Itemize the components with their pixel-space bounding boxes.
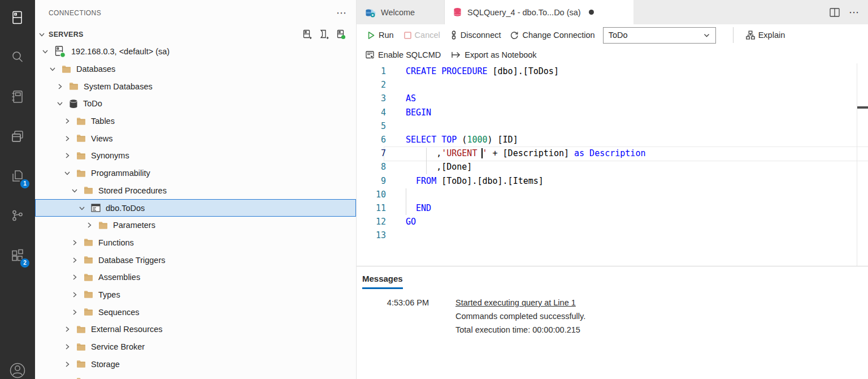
tree-item-programmability[interactable]: Programmability <box>35 165 356 182</box>
tree-item-192-168-0-3-default-sa-[interactable]: 192.168.0.3, <default> (sa) <box>35 43 356 61</box>
tree-item-types[interactable]: Types <box>35 286 356 304</box>
line-number-gutter: 12345678910111213 <box>357 64 386 242</box>
servers-section-header[interactable]: SERVERS <box>35 26 356 43</box>
export-as-notebook-button[interactable]: Export as Notebook <box>451 50 536 59</box>
split-editor-icon[interactable] <box>830 8 840 17</box>
tree-item-external-resources[interactable]: External Resources <box>35 321 356 338</box>
message-link[interactable]: Started executing query at Line 1 <box>455 296 585 309</box>
notebooks-icon[interactable] <box>0 79 35 114</box>
folder-icon <box>84 273 93 282</box>
overview-ruler-cursor-mark[interactable] <box>857 106 868 109</box>
chevron-right-icon[interactable] <box>63 325 72 333</box>
tree-item-parameters[interactable]: Parameters <box>35 217 356 234</box>
code-line-12[interactable]: GO <box>406 215 868 229</box>
tree-item-dbo-todos[interactable]: dbo.ToDos <box>35 199 356 217</box>
code-line-13[interactable] <box>406 229 868 242</box>
line-number: 2 <box>357 78 386 92</box>
tree-item-tables[interactable]: Tables <box>35 113 356 130</box>
code-line-9[interactable]: FROM [ToDo].[dbo].[Items] <box>406 174 868 188</box>
chevron-right-icon[interactable] <box>63 360 72 368</box>
database-dropdown[interactable]: ToDo <box>603 27 716 44</box>
duplicate-pages-icon[interactable]: 1 <box>0 158 35 193</box>
tree-item-databases[interactable]: Databases <box>35 61 356 78</box>
extensions-icon[interactable]: 2 <box>0 238 35 273</box>
tree-item-system-databases[interactable]: System Databases <box>35 77 356 95</box>
tree-item-functions[interactable]: Functions <box>35 234 356 252</box>
active-connections-toggle-icon[interactable] <box>336 29 346 40</box>
chevron-right-icon[interactable] <box>70 308 79 316</box>
account-icon[interactable] <box>0 353 35 379</box>
tree-item-views[interactable]: Views <box>35 130 356 147</box>
tree-item[interactable] <box>35 373 356 379</box>
chevron-right-icon[interactable] <box>55 83 64 91</box>
code-line-4[interactable]: BEGIN <box>406 106 868 119</box>
chevron-down-icon[interactable] <box>77 204 86 212</box>
chevron-right-icon[interactable] <box>63 135 72 143</box>
chevron-right-icon[interactable] <box>70 291 79 299</box>
tree-item-label: Service Broker <box>91 342 145 351</box>
tree-item-sequences[interactable]: Sequences <box>35 303 356 321</box>
tree-item-stored-procedures[interactable]: Stored Procedures <box>35 182 356 200</box>
tab-welcome[interactable]: Welcome <box>357 0 445 24</box>
server-icon <box>54 46 66 58</box>
change-connection-button[interactable]: Change Connection <box>510 31 594 40</box>
folder-icon <box>76 343 86 351</box>
sidebar-more-actions-icon[interactable]: ⋯ <box>336 7 347 19</box>
tree-item-todo[interactable]: ToDo <box>35 95 356 113</box>
cancel-button[interactable]: Cancel <box>404 31 440 40</box>
chevron-right-icon[interactable] <box>63 152 72 160</box>
sql-editor[interactable]: 12345678910111213 CREATE PROCEDURE [dbo]… <box>357 63 868 266</box>
tab-messages[interactable]: Messages <box>362 274 403 289</box>
tree-item-database-triggers[interactable]: Database Triggers <box>35 251 356 269</box>
chevron-down-icon[interactable] <box>37 31 46 38</box>
tree-item-synonyms[interactable]: Synonyms <box>35 147 356 165</box>
code-area[interactable]: CREATE PROCEDURE [dbo].[ToDos]ASBEGINSEL… <box>406 64 868 242</box>
code-line-1[interactable]: CREATE PROCEDURE [dbo].[ToDos] <box>406 64 868 78</box>
chevron-down-icon[interactable] <box>55 100 64 107</box>
chevron-right-icon[interactable] <box>70 239 79 247</box>
tree-item-storage[interactable]: Storage <box>35 355 356 373</box>
chevron-right-icon[interactable] <box>70 256 79 264</box>
chevron-right-icon[interactable] <box>63 117 72 125</box>
chevron-down-icon <box>703 32 710 39</box>
folder-icon <box>62 65 71 74</box>
tree-item-assemblies[interactable]: Assemblies <box>35 269 356 286</box>
chevron-down-icon[interactable] <box>48 65 57 73</box>
explain-button[interactable]: Explain <box>746 31 785 40</box>
dirty-indicator[interactable] <box>589 10 594 15</box>
code-line-8[interactable]: ,[Done] <box>406 160 868 174</box>
chevron-down-icon[interactable] <box>63 169 72 177</box>
code-line-2[interactable] <box>406 78 868 92</box>
chevron-right-icon[interactable] <box>63 343 72 351</box>
tab-sqlquery[interactable]: SQLQuery_4 - dbo.To...Do (sa) <box>445 0 633 24</box>
chevron-down-icon[interactable] <box>70 187 79 195</box>
enable-sqlcmd-button[interactable]: Enable SQLCMD <box>366 50 441 59</box>
search-icon[interactable] <box>0 40 35 75</box>
line-number: 3 <box>357 92 386 105</box>
editor-more-actions-icon[interactable]: ⋯ <box>849 6 859 19</box>
tree-item-label: Databases <box>76 64 115 74</box>
code-line-10[interactable] <box>406 188 868 201</box>
disconnect-button[interactable]: Disconnect <box>450 31 501 40</box>
overview-ruler-border <box>857 63 857 266</box>
run-button[interactable]: Run <box>367 31 394 40</box>
servers-tree: 192.168.0.3, <default> (sa)DatabasesSyst… <box>35 43 356 379</box>
code-line-5[interactable] <box>406 119 868 133</box>
chevron-down-icon[interactable] <box>41 48 50 55</box>
chevron-right-icon[interactable] <box>85 221 94 229</box>
tree-item-label: Database Triggers <box>98 256 165 265</box>
new-server-group-icon[interactable] <box>319 29 329 40</box>
connections-icon[interactable] <box>0 0 35 35</box>
new-connection-icon[interactable] <box>302 29 312 40</box>
chevron-right-icon[interactable] <box>70 273 79 281</box>
line-number: 5 <box>357 119 386 133</box>
source-control-icon[interactable] <box>0 198 35 233</box>
code-line-3[interactable]: AS <box>406 92 868 105</box>
sql-file-icon <box>453 7 462 17</box>
tree-item-service-broker[interactable]: Service Broker <box>35 338 356 356</box>
query-history-icon[interactable] <box>0 119 35 154</box>
folder-icon <box>84 186 93 195</box>
code-line-11[interactable]: END <box>406 201 868 215</box>
code-line-7[interactable]: ,'URGENT ' + [Description] as Descriptio… <box>406 147 868 160</box>
code-line-6[interactable]: SELECT TOP (1000) [ID] <box>406 133 868 147</box>
